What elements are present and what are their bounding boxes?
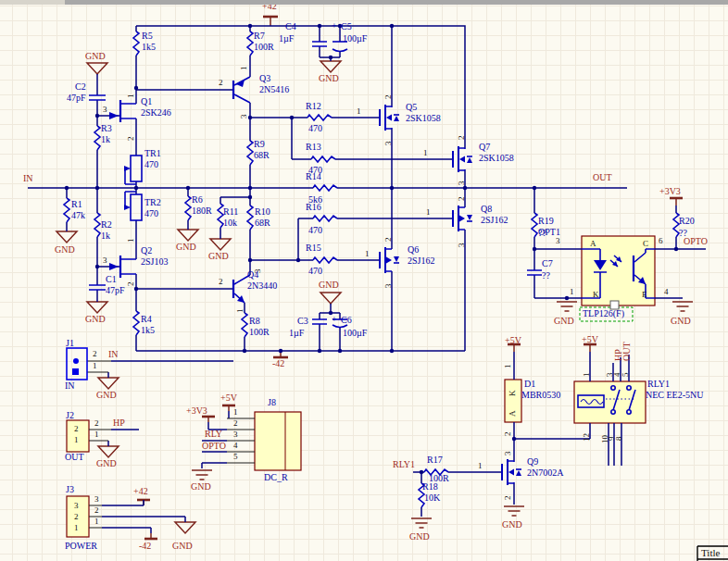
r20-ref[interactable]: R20 <box>679 217 695 226</box>
q6-ref[interactable]: Q6 <box>408 245 419 255</box>
r2-value[interactable]: 1k <box>101 231 110 241</box>
tr2-symbol[interactable] <box>124 192 142 220</box>
r15-symbol[interactable] <box>313 257 337 263</box>
c4-value[interactable]: 1µF <box>279 34 294 44</box>
c1-value[interactable]: 47pF <box>106 286 125 295</box>
gnd-label-c4c5[interactable]: GND <box>319 74 339 83</box>
c1-ref[interactable]: C1 <box>106 275 117 284</box>
gnd-label-r1[interactable]: GND <box>55 245 75 255</box>
q8-symbol[interactable] <box>453 206 472 231</box>
q9-part[interactable]: 2N7002A <box>527 468 563 478</box>
schematic-sheet[interactable]: +42GNDGNDINOUTGNDGNDGNDGNDGND-42+3V3OPTO… <box>0 0 728 561</box>
gnd-label-c1[interactable]: GND <box>85 315 106 324</box>
q6-part[interactable]: 2SJ162 <box>408 256 434 266</box>
j2-name[interactable]: OUT <box>65 453 84 462</box>
j1-name[interactable]: IN <box>65 381 75 391</box>
q9-symbol[interactable] <box>502 459 521 485</box>
r7-ref[interactable]: R7 <box>254 31 265 41</box>
gnd-port-j2[interactable] <box>98 446 119 457</box>
gnd-label-j8[interactable]: GND <box>191 482 211 492</box>
j2-ref[interactable]: J2 <box>66 411 74 420</box>
r4-symbol[interactable] <box>133 311 139 335</box>
q2-part[interactable]: 2SJ103 <box>141 257 168 267</box>
r17-ref[interactable]: R17 <box>427 455 443 465</box>
r15-ref[interactable]: R15 <box>306 243 321 253</box>
r11-ref[interactable]: R11 <box>223 207 238 217</box>
gnd-port-j1[interactable] <box>98 378 119 389</box>
gnd-earth-opt-e[interactable] <box>672 302 693 311</box>
r13-ref[interactable]: R13 <box>306 143 321 152</box>
r18-ref[interactable]: R18 <box>422 482 438 492</box>
tr2-value[interactable]: 470 <box>144 209 158 218</box>
r8-value[interactable]: 100R <box>249 328 270 337</box>
r6-ref[interactable]: R6 <box>192 195 203 205</box>
horizontal-scrollbar-thumb[interactable] <box>0 0 65 5</box>
gnd-port-j3[interactable] <box>175 522 195 533</box>
gnd-label-j2[interactable]: GND <box>96 459 117 468</box>
gnd-label-r6[interactable]: GND <box>176 243 196 252</box>
r10-symbol[interactable] <box>247 206 253 230</box>
q7-ref[interactable]: Q7 <box>479 143 490 152</box>
q5-symbol[interactable] <box>380 105 399 131</box>
net-label-in[interactable]: IN <box>23 174 33 183</box>
r12-ref[interactable]: R12 <box>306 102 321 111</box>
q3-symbol[interactable] <box>233 77 250 103</box>
r4-value[interactable]: 1k5 <box>141 326 155 335</box>
gnd-port-r6[interactable] <box>178 230 198 241</box>
r14-ref[interactable]: R14 <box>306 172 321 181</box>
r10-value[interactable]: 68R <box>255 218 270 228</box>
q6-symbol[interactable] <box>380 247 399 273</box>
r7-value[interactable]: 100R <box>254 43 274 52</box>
power-net-plus3v3-j8[interactable]: +3V3 <box>186 406 207 416</box>
c2-symbol[interactable] <box>89 95 106 100</box>
q9-ref[interactable]: Q9 <box>527 457 538 467</box>
rly1-part[interactable]: NEC EE2-5NU <box>646 391 704 400</box>
r4-ref[interactable]: R4 <box>141 315 152 324</box>
j3-ref[interactable]: J3 <box>66 485 74 494</box>
r18-value[interactable]: 10K <box>424 493 440 503</box>
c2-ref[interactable]: C2 <box>75 82 86 92</box>
net-label-out-rly[interactable]: OUT <box>622 342 632 361</box>
gnd-label-q9[interactable]: GND <box>502 520 522 530</box>
r2-symbol[interactable] <box>94 213 100 237</box>
q4-part[interactable]: 2N3440 <box>247 281 277 291</box>
gnd-port-r11[interactable] <box>210 239 231 250</box>
c6-value[interactable]: 100µF <box>343 329 367 338</box>
gnd-earth-r18[interactable] <box>411 518 432 528</box>
c7-symbol[interactable] <box>527 270 542 275</box>
c3-symbol[interactable] <box>312 319 327 324</box>
r8-symbol[interactable] <box>242 313 247 337</box>
power-net-plus5v-rly[interactable]: +5V <box>582 335 598 344</box>
q3-ref[interactable]: Q3 <box>259 74 270 83</box>
d1-part[interactable]: MBR0530 <box>521 391 560 400</box>
gnd-label-r18[interactable]: GND <box>409 532 430 542</box>
j1-ref[interactable]: J1 <box>66 339 74 348</box>
q1-ref[interactable]: Q1 <box>141 97 152 106</box>
c1-symbol[interactable] <box>89 285 106 290</box>
net-label-in-j1[interactable]: IN <box>108 350 119 359</box>
r11-value[interactable]: 10k <box>223 218 237 228</box>
tr1-value[interactable]: 470 <box>144 160 158 169</box>
c3-ref[interactable]: C3 <box>297 317 308 326</box>
j8-ref[interactable]: J8 <box>268 398 276 407</box>
r1-ref[interactable]: R1 <box>71 200 82 209</box>
c3-value[interactable]: 1µF <box>289 329 304 338</box>
power-net-plus5v-j8[interactable]: +5V <box>220 393 237 403</box>
r15-value[interactable]: 470 <box>308 267 322 276</box>
r7-symbol[interactable] <box>247 31 253 56</box>
q5-part[interactable]: 2SK1058 <box>406 114 441 123</box>
c7-value[interactable]: ?? <box>542 271 550 280</box>
c7-ref[interactable]: C7 <box>542 259 553 268</box>
j8-body[interactable] <box>255 412 301 470</box>
r16-value[interactable]: 470 <box>308 226 322 235</box>
q1-symbol[interactable] <box>109 100 136 122</box>
r6-value[interactable]: 180R <box>192 206 212 216</box>
r8-ref[interactable]: R8 <box>249 317 260 326</box>
q8-part[interactable]: 2SJ162 <box>481 216 508 225</box>
q7-part[interactable]: 2SK1058 <box>479 154 514 163</box>
gnd-port-c4c5[interactable] <box>320 61 341 72</box>
net-label-opto-j8[interactable]: OPTO <box>202 442 226 451</box>
c5-value[interactable]: 100µF <box>343 34 367 44</box>
q8-ref[interactable]: Q8 <box>481 205 492 214</box>
gnd-earth-q9[interactable] <box>504 506 524 516</box>
